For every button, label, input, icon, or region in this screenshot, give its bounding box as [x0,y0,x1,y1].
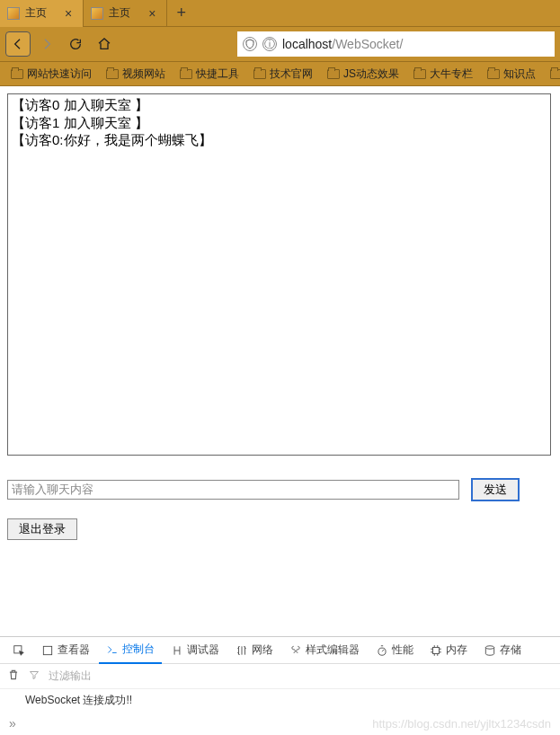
trash-icon[interactable] [7,669,20,684]
folder-icon [550,69,560,79]
svg-rect-1 [43,646,51,654]
folder-icon [413,69,426,79]
page-icon [91,7,103,20]
browser-nav-bar: ⓘ localhost/WebSocket/ [0,27,560,61]
folder-icon [253,69,266,79]
tab-performance[interactable]: 性能 [369,637,421,664]
input-row: 发送 [7,479,553,500]
bookmarks-bar: 网站快速访问 视频网站 快捷工具 技术官网 JS动态效果 大牛专栏 知识点 5 [0,61,560,86]
devtools-tabs: 查看器 控制台 调试器 网络 样式编辑器 性能 内存 存储 [0,637,560,664]
close-icon[interactable]: × [61,6,76,21]
svg-point-4 [485,645,493,649]
folder-icon [487,69,500,79]
console-prompt-row: » https://blog.csdn.net/yjltx1234csdn [0,712,560,735]
tab-memory[interactable]: 内存 [422,637,475,664]
browser-tab-1[interactable]: 主页 × [84,0,167,27]
new-tab-button[interactable]: + [167,4,195,22]
devtools-filter-row: 过滤输出 [0,664,560,689]
url-bar[interactable]: ⓘ localhost/WebSocket/ [237,31,555,57]
folder-icon [327,69,340,79]
bookmark-folder[interactable]: 5 [545,66,560,82]
bookmark-folder[interactable]: 知识点 [482,65,541,84]
bookmark-folder[interactable]: 网站快速访问 [5,65,97,84]
bookmark-folder[interactable]: JS动态效果 [322,65,404,84]
bookmark-folder[interactable]: 快捷工具 [174,65,244,84]
info-icon[interactable]: ⓘ [262,37,277,51]
bookmark-folder[interactable]: 大牛专栏 [408,65,478,84]
tab-console[interactable]: 控制台 [99,637,162,664]
console-output[interactable]: WebSocket 连接成功!! [0,689,560,712]
page-content: 【访客0 加入聊天室 】 【访客1 加入聊天室 】 【访客0:你好，我是两个蝴蝶… [0,86,560,547]
shield-icon[interactable] [243,37,257,51]
folder-icon [180,69,192,79]
console-line: WebSocket 连接成功!! [25,694,132,706]
send-button[interactable]: 发送 [472,479,519,500]
logout-button[interactable]: 退出登录 [7,518,77,540]
forward-button[interactable] [34,31,59,57]
tab-title: 主页 [25,5,47,21]
devtools-picker-button[interactable] [5,637,32,664]
chat-log[interactable]: 【访客0 加入聊天室 】 【访客1 加入聊天室 】 【访客0:你好，我是两个蝴蝶… [7,93,551,456]
page-icon [7,7,20,20]
folder-icon [106,69,119,79]
tab-inspector[interactable]: 查看器 [34,637,97,664]
chat-line: 【访客1 加入聊天室 】 [12,114,547,132]
filter-input[interactable]: 过滤输出 [49,669,92,684]
browser-tab-bar: 主页 × 主页 × + [0,0,560,27]
chat-input[interactable] [7,480,459,500]
browser-tab-0[interactable]: 主页 × [0,0,84,27]
tab-title: 主页 [109,5,130,21]
chat-line: 【访客0 加入聊天室 】 [12,96,547,114]
svg-rect-3 [433,647,440,653]
bookmark-folder[interactable]: 技术官网 [248,65,318,84]
bookmark-folder[interactable]: 视频网站 [101,65,171,84]
console-prompt[interactable]: » [9,716,16,731]
watermark: https://blog.csdn.net/yjltx1234csdn [372,717,551,731]
chat-line: 【访客0:你好，我是两个蝴蝶飞】 [12,131,547,149]
home-button[interactable] [92,31,117,57]
devtools-panel: 查看器 控制台 调试器 网络 样式编辑器 性能 内存 存储 过滤输出 WebSo… [0,636,560,735]
folder-icon [11,69,23,79]
back-button[interactable] [5,31,31,57]
close-icon[interactable]: × [145,6,159,21]
tab-storage[interactable]: 存储 [476,637,529,664]
url-text: localhost/WebSocket/ [282,37,403,51]
tab-debugger[interactable]: 调试器 [164,637,227,664]
tab-style[interactable]: 样式编辑器 [282,637,367,664]
reload-button[interactable] [63,31,88,57]
tab-network[interactable]: 网络 [228,637,280,664]
filter-icon [29,669,40,683]
